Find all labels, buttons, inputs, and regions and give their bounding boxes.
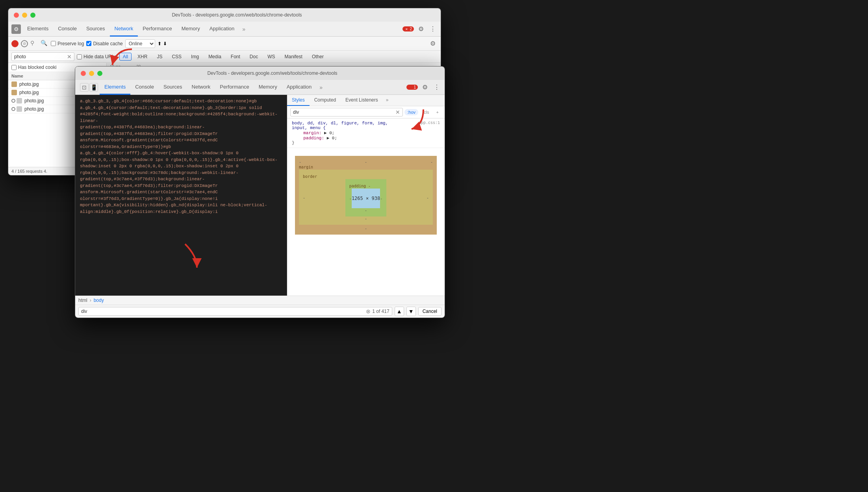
tab-performance-1[interactable]: Performance — [138, 22, 176, 37]
filter-media-btn[interactable]: Media — [205, 53, 225, 61]
settings-network-icon[interactable]: ⚙ — [428, 39, 438, 48]
filter-manifest-btn[interactable]: Manifest — [281, 53, 306, 61]
tab-network-1[interactable]: Network — [110, 22, 138, 37]
hide-data-urls-checkbox[interactable] — [77, 54, 82, 59]
filter-ws-btn[interactable]: WS — [264, 53, 278, 61]
search-bar-input-wrap: ⊗ 1 of 417 — [78, 307, 392, 316]
tab-memory-2[interactable]: Memory — [254, 80, 282, 95]
search-next-btn[interactable]: ▼ — [406, 307, 416, 316]
settings-icon-2[interactable]: ⚙ — [420, 83, 430, 92]
min-btn-2[interactable] — [89, 71, 94, 76]
disable-cache-label[interactable]: Disable cache — [86, 41, 122, 46]
close-btn-2[interactable] — [81, 71, 86, 76]
disable-cache-checkbox[interactable] — [86, 41, 91, 46]
styles-search-input[interactable] — [293, 109, 394, 115]
download-icon[interactable]: ⬇ — [163, 41, 167, 46]
tab-more-2[interactable]: » — [316, 84, 326, 91]
box-model: - - - margin border - padding - — [292, 153, 440, 238]
tab-elements-1[interactable]: Elements — [22, 22, 53, 37]
padding-box: padding - - 1265 × 938 - — [345, 179, 386, 216]
border-bottom-val: - — [303, 216, 429, 221]
more-icon-2[interactable]: ⋮ — [432, 83, 441, 92]
preserve-log-checkbox[interactable] — [51, 41, 56, 46]
styles-filter-btns: :hov .cls + — [404, 109, 441, 115]
breadcrumb-body[interactable]: body — [94, 298, 104, 303]
preserve-log-label[interactable]: Preserve log — [51, 41, 84, 46]
content-dimensions: 1265 × 938 — [352, 196, 380, 201]
tab-computed[interactable]: Computed — [310, 95, 341, 106]
margin-top-val: - — [365, 160, 367, 164]
svg-point-2 — [408, 85, 412, 89]
min-btn-1[interactable] — [22, 13, 27, 18]
devtools-inspect-icon[interactable]: ⊡ — [80, 83, 89, 92]
elements-code-area: a.gb_3.gb_3,.gb_4{color:#666;cursor:defa… — [75, 95, 287, 296]
filter-font-btn[interactable]: Font — [227, 53, 244, 61]
tab-application-2[interactable]: Application — [282, 80, 317, 95]
breadcrumb-html[interactable]: html — [78, 298, 87, 303]
bottom-search-clear-icon[interactable]: ⊗ — [366, 308, 371, 314]
css-selector-cont: input, menu { — [292, 126, 326, 130]
hide-data-urls-label[interactable]: Hide data URLs — [77, 54, 117, 59]
network-filter-bar: ✕ Hide data URLs All XHR JS CSS Img Medi… — [8, 51, 441, 63]
max-btn-1[interactable] — [30, 13, 35, 18]
filter-all-btn[interactable]: All — [119, 53, 132, 61]
clear-search-icon[interactable]: ✕ — [67, 54, 72, 60]
devtools-mobile-icon[interactable]: 📱 — [89, 83, 98, 92]
tab-sources-1[interactable]: Sources — [82, 22, 110, 37]
css-property-margin: margin: — [298, 131, 321, 135]
record-btn[interactable] — [11, 40, 19, 47]
settings-icon-1[interactable]: ⚙ — [416, 24, 426, 34]
filter-img-btn[interactable]: Img — [187, 53, 202, 61]
error-badge-1: ✕ 2 — [402, 26, 414, 31]
more-icon-1[interactable]: ⋮ — [428, 24, 438, 34]
tab-sources-2[interactable]: Sources — [159, 80, 187, 95]
search-cancel-btn[interactable]: Cancel — [418, 307, 441, 316]
filter-doc-btn[interactable]: Doc — [246, 53, 262, 61]
tab-more-1[interactable]: » — [239, 26, 249, 32]
upload-icon[interactable]: ⬆ — [158, 41, 161, 46]
filter-xhr-btn[interactable]: XHR — [134, 53, 151, 61]
elements-breadcrumb-bar: html › body — [75, 296, 445, 305]
border-box: border - padding - - 1265 × 938 — [299, 170, 433, 225]
throttle-select[interactable]: Online Fast 3G Slow 3G Offline — [125, 39, 155, 48]
tab-right-icons-2: 1 ⚙ ⋮ — [406, 83, 441, 92]
search-icon[interactable]: 🔍 — [41, 40, 48, 48]
tab-network-2[interactable]: Network — [187, 80, 215, 95]
filter-other-btn[interactable]: Other — [308, 53, 327, 61]
hov-filter-btn[interactable]: :hov — [404, 109, 418, 115]
tab-styles[interactable]: Styles — [287, 95, 310, 106]
border-left-val: - — [303, 196, 305, 200]
tab-console-2[interactable]: Console — [130, 80, 159, 95]
cls-filter-btn[interactable]: .cls — [420, 109, 432, 115]
tab-elements-2[interactable]: Elements — [100, 80, 130, 95]
styles-tab-more[interactable]: » — [383, 95, 392, 106]
close-btn-1[interactable] — [14, 13, 19, 18]
titlebar-2: DevTools - developers.google.com/web/too… — [75, 67, 445, 80]
filter-js-btn[interactable]: JS — [153, 53, 166, 61]
devtools-tab-bar-2: ⊡ 📱 Elements Console Sources Network Per… — [75, 80, 445, 95]
styles-search-bar: ✕ :hov .cls + — [287, 106, 445, 118]
tab-application-1[interactable]: Application — [205, 22, 239, 37]
has-blocked-checkbox[interactable] — [11, 65, 17, 70]
filter-icon[interactable]: ⚲ — [30, 40, 38, 48]
styles-tabs: Styles Computed Event Listeners » — [287, 95, 445, 106]
tab-memory-1[interactable]: Memory — [177, 22, 205, 37]
css-source[interactable]: app.css:1 — [419, 121, 440, 125]
bottom-search-input[interactable] — [81, 309, 364, 314]
network-search-input[interactable] — [14, 54, 65, 59]
tab-performance-2[interactable]: Performance — [215, 80, 254, 95]
padding-bottom-val: - — [349, 208, 382, 213]
filter-css-btn[interactable]: CSS — [168, 53, 185, 61]
elements-panel: a.gb_3.gb_3,.gb_4{color:#666;cursor:defa… — [75, 95, 445, 296]
margin-left-val: - — [299, 160, 301, 164]
max-btn-2[interactable] — [97, 71, 102, 76]
add-style-btn[interactable]: + — [434, 109, 441, 115]
search-prev-btn[interactable]: ▲ — [395, 307, 404, 316]
styles-clear-icon[interactable]: ✕ — [395, 109, 400, 115]
tab-console-1[interactable]: Console — [53, 22, 82, 37]
filename: photo.jpg — [19, 90, 39, 95]
devtools-window-2: DevTools - developers.google.com/web/too… — [75, 66, 445, 318]
tab-event-listeners[interactable]: Event Listeners — [341, 95, 383, 106]
clear-btn[interactable]: ⊘ — [21, 40, 28, 47]
filename: photo.jpg — [24, 106, 44, 112]
